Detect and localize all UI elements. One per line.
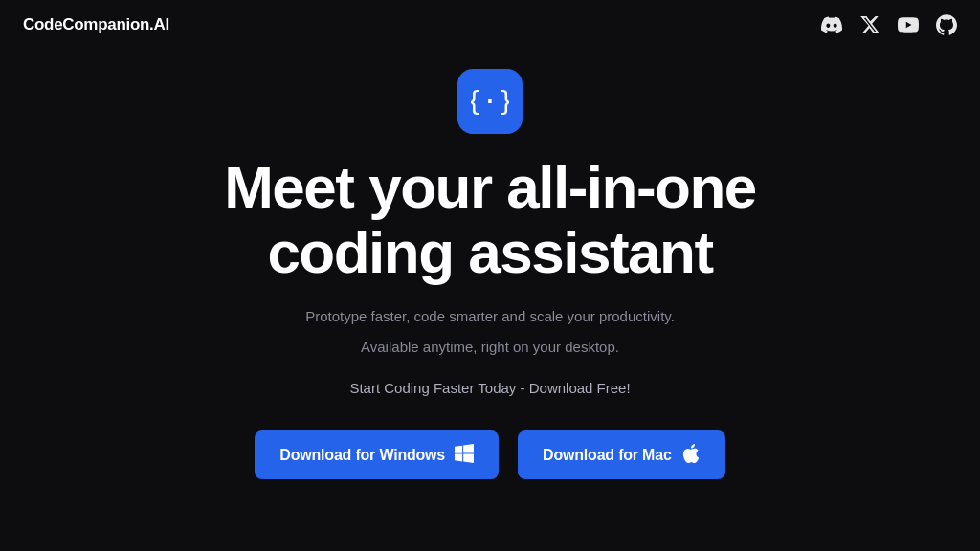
app-icon: {·} <box>457 69 523 134</box>
hero-heading: Meet your all-in-one coding assistant <box>155 155 825 285</box>
brand-bold: Code <box>23 15 62 33</box>
twitter-link[interactable] <box>859 14 880 35</box>
download-mac-button[interactable]: Download for Mac <box>518 430 725 479</box>
youtube-icon <box>898 14 919 35</box>
hero-subtext-line1: Prototype faster, code smarter and scale… <box>305 304 675 329</box>
hero-cta-text: Start Coding Faster Today - Download Fre… <box>349 380 630 396</box>
download-windows-button[interactable]: Download for Windows <box>255 430 499 479</box>
navbar: CodeCompanion.AI <box>0 0 980 50</box>
app-logo-svg: {·} <box>471 82 509 121</box>
apple-icon <box>681 444 701 466</box>
discord-icon <box>821 14 842 35</box>
twitter-icon <box>859 14 880 35</box>
download-windows-label: Download for Windows <box>279 447 445 464</box>
github-icon <box>936 14 957 35</box>
windows-icon <box>455 444 474 466</box>
brand-logo[interactable]: CodeCompanion.AI <box>23 15 169 34</box>
nav-social-icons <box>821 14 957 35</box>
svg-text:{·}: {·} <box>471 86 509 118</box>
github-link[interactable] <box>936 14 957 35</box>
youtube-link[interactable] <box>898 14 919 35</box>
hero-section: {·} Meet your all-in-one coding assistan… <box>0 50 980 479</box>
download-mac-label: Download for Mac <box>543 447 672 464</box>
hero-subtext-line2: Available anytime, right on your desktop… <box>361 335 619 360</box>
download-buttons: Download for Windows Download for Mac <box>255 430 724 479</box>
brand-rest: Companion.AI <box>62 15 169 33</box>
discord-link[interactable] <box>821 14 842 35</box>
